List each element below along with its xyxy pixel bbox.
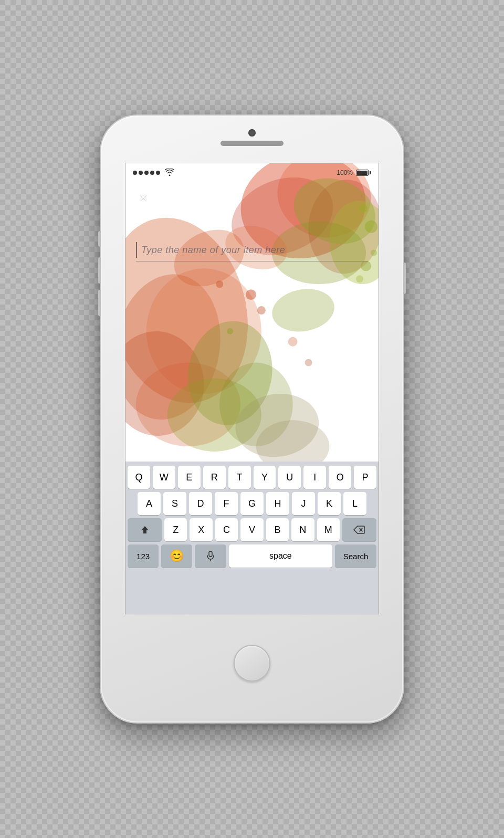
keyboard-rows: Q W E R T Y U I O P A S D F G [125, 462, 379, 570]
key-u[interactable]: U [278, 466, 301, 489]
item-name-input-area[interactable]: Type the name of your item here [136, 242, 368, 261]
key-n[interactable]: N [291, 518, 314, 541]
speaker-grille [220, 141, 284, 146]
svg-point-11 [356, 275, 363, 282]
phone-top [107, 126, 397, 163]
svg-point-30 [269, 284, 338, 336]
key-s[interactable]: S [163, 492, 186, 515]
phone-device: 100% [100, 114, 404, 724]
keyboard-row-2: A S D F G H J K L [128, 492, 376, 515]
key-b[interactable]: B [266, 518, 289, 541]
phone-bottom [234, 614, 270, 712]
volume-down-button[interactable] [98, 290, 101, 316]
signal-dot-5 [156, 171, 160, 175]
keyboard: Q W E R T Y U I O P A S D F G [125, 462, 379, 614]
svg-point-9 [361, 260, 371, 271]
watercolor-background [125, 163, 379, 463]
search-key[interactable]: Search [335, 544, 376, 568]
status-bar: 100% [125, 163, 379, 182]
key-v[interactable]: V [240, 518, 263, 541]
key-h[interactable]: H [266, 492, 289, 515]
svg-point-8 [359, 204, 368, 213]
keyboard-row-1: Q W E R T Y U I O P [128, 466, 376, 489]
close-icon: × [139, 190, 147, 204]
key-e[interactable]: E [178, 466, 201, 489]
battery-icon [356, 170, 371, 176]
text-cursor [136, 242, 137, 258]
numbers-key[interactable]: 123 [128, 544, 159, 568]
key-j[interactable]: J [292, 492, 315, 515]
key-m[interactable]: M [317, 518, 340, 541]
svg-point-26 [288, 337, 298, 347]
key-d[interactable]: D [189, 492, 212, 515]
wifi-icon [165, 169, 174, 177]
key-w[interactable]: W [153, 466, 175, 489]
key-z[interactable]: Z [164, 518, 187, 541]
battery-area: 100% [337, 169, 371, 176]
input-placeholder: Type the name of your item here [141, 245, 285, 256]
svg-point-27 [305, 359, 312, 366]
key-q[interactable]: Q [128, 466, 150, 489]
keyboard-row-4: 123 😊 space Search [128, 544, 376, 568]
front-camera [248, 129, 256, 137]
key-x[interactable]: X [190, 518, 212, 541]
keyboard-row-3: Z X C V B N M [128, 518, 376, 541]
key-g[interactable]: G [240, 492, 264, 515]
svg-point-25 [227, 328, 233, 334]
key-p[interactable]: P [354, 466, 376, 489]
mic-key[interactable] [195, 544, 226, 568]
key-y[interactable]: Y [254, 466, 276, 489]
backspace-key[interactable] [342, 518, 376, 541]
name-input-field[interactable]: Type the name of your item here [136, 242, 368, 261]
key-c[interactable]: C [215, 518, 238, 541]
svg-rect-31 [209, 551, 212, 557]
svg-point-24 [257, 306, 266, 315]
signal-dot-3 [144, 171, 149, 175]
key-a[interactable]: A [138, 492, 161, 515]
key-o[interactable]: O [329, 466, 351, 489]
volume-up-button[interactable] [98, 257, 101, 284]
key-k[interactable]: K [318, 492, 341, 515]
signal-dot-2 [139, 171, 143, 175]
signal-area [133, 169, 174, 177]
battery-percent-label: 100% [337, 169, 353, 176]
power-button[interactable] [403, 263, 406, 294]
key-t[interactable]: T [228, 466, 251, 489]
phone-screen: 100% [125, 163, 379, 614]
svg-point-7 [365, 221, 377, 233]
close-button[interactable]: × [134, 187, 153, 206]
space-key[interactable]: space [229, 544, 332, 568]
key-r[interactable]: R [203, 466, 226, 489]
key-i[interactable]: I [303, 466, 326, 489]
signal-dot-4 [150, 171, 154, 175]
mute-button[interactable] [98, 231, 101, 247]
key-f[interactable]: F [215, 492, 238, 515]
svg-point-22 [246, 289, 256, 300]
emoji-key[interactable]: 😊 [161, 544, 192, 568]
shift-key[interactable] [128, 518, 162, 541]
home-button[interactable] [234, 645, 270, 682]
svg-point-10 [371, 250, 377, 256]
key-l[interactable]: L [343, 492, 366, 515]
signal-dot-1 [133, 171, 137, 175]
